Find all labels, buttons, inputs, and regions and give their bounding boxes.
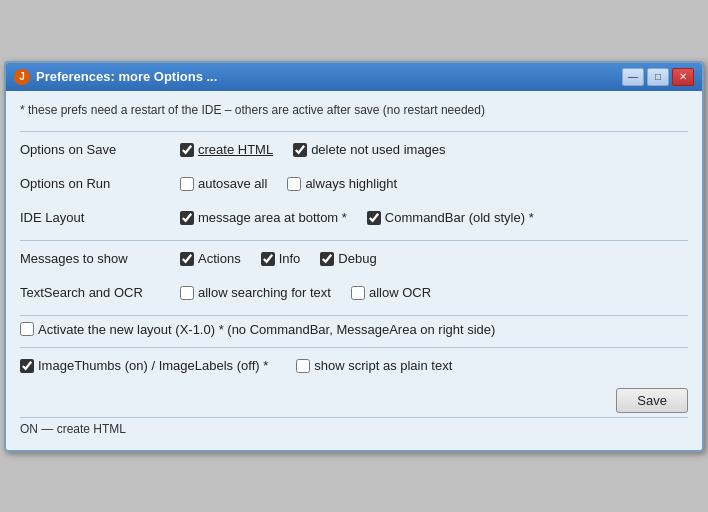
divider-3: [20, 315, 688, 316]
info-label: Info: [279, 251, 301, 266]
message-area-checkbox-item[interactable]: message area at bottom *: [180, 210, 347, 225]
options-on-save-group: create HTML delete not used images: [180, 142, 446, 157]
allow-ocr-checkbox[interactable]: [351, 286, 365, 300]
options-on-run-group: autosave all always highlight: [180, 176, 397, 191]
show-script-checkbox-item[interactable]: show script as plain text: [296, 358, 452, 373]
info-checkbox-item[interactable]: Info: [261, 251, 301, 266]
divider-1: [20, 131, 688, 132]
create-html-checkbox[interactable]: [180, 143, 194, 157]
debug-label: Debug: [338, 251, 376, 266]
image-thumbs-row: ImageThumbs (on) / ImageLabels (off) * s…: [20, 354, 688, 378]
message-area-label: message area at bottom *: [198, 210, 347, 225]
allow-ocr-label: allow OCR: [369, 285, 431, 300]
new-layout-checkbox-item[interactable]: Activate the new layout (X-1.0) * (no Co…: [20, 322, 495, 337]
show-script-label: show script as plain text: [314, 358, 452, 373]
minimize-button[interactable]: —: [622, 68, 644, 86]
options-on-run-label: Options on Run: [20, 176, 180, 191]
status-bar: ON — create HTML: [20, 417, 688, 438]
commandbar-checkbox-item[interactable]: CommandBar (old style) *: [367, 210, 534, 225]
debug-checkbox-item[interactable]: Debug: [320, 251, 376, 266]
message-area-checkbox[interactable]: [180, 211, 194, 225]
save-button[interactable]: Save: [616, 388, 688, 413]
ide-layout-label: IDE Layout: [20, 210, 180, 225]
always-highlight-checkbox[interactable]: [287, 177, 301, 191]
messages-to-show-group: Actions Info Debug: [180, 251, 377, 266]
title-bar: J Preferences: more Options ... — □ ✕: [6, 63, 702, 91]
always-highlight-checkbox-item[interactable]: always highlight: [287, 176, 397, 191]
autosave-checkbox-item[interactable]: autosave all: [180, 176, 267, 191]
image-thumbs-label: ImageThumbs (on) / ImageLabels (off) *: [38, 358, 268, 373]
allow-search-checkbox-item[interactable]: allow searching for text: [180, 285, 331, 300]
notice-text: * these prefs need a restart of the IDE …: [20, 101, 688, 119]
divider-2: [20, 240, 688, 241]
messages-to-show-row: Messages to show Actions Info Debug: [20, 247, 688, 271]
show-script-checkbox[interactable]: [296, 359, 310, 373]
options-on-save-row: Options on Save create HTML delete not u…: [20, 138, 688, 162]
debug-checkbox[interactable]: [320, 252, 334, 266]
allow-ocr-checkbox-item[interactable]: allow OCR: [351, 285, 431, 300]
actions-label: Actions: [198, 251, 241, 266]
app-icon: J: [14, 69, 30, 85]
new-layout-checkbox[interactable]: [20, 322, 34, 336]
maximize-button[interactable]: □: [647, 68, 669, 86]
allow-search-checkbox[interactable]: [180, 286, 194, 300]
autosave-label: autosave all: [198, 176, 267, 191]
options-on-save-label: Options on Save: [20, 142, 180, 157]
divider-4: [20, 347, 688, 348]
textsearch-ocr-row: TextSearch and OCR allow searching for t…: [20, 281, 688, 305]
actions-checkbox-item[interactable]: Actions: [180, 251, 241, 266]
save-row: Save: [20, 388, 688, 413]
options-on-run-row: Options on Run autosave all always highl…: [20, 172, 688, 196]
info-checkbox[interactable]: [261, 252, 275, 266]
messages-to-show-label: Messages to show: [20, 251, 180, 266]
ide-layout-group: message area at bottom * CommandBar (old…: [180, 210, 534, 225]
ide-layout-row: IDE Layout message area at bottom * Comm…: [20, 206, 688, 230]
create-html-label: create HTML: [198, 142, 273, 157]
new-layout-text: Activate the new layout (X-1.0) * (no Co…: [38, 322, 495, 337]
commandbar-label: CommandBar (old style) *: [385, 210, 534, 225]
image-thumbs-checkbox[interactable]: [20, 359, 34, 373]
always-highlight-label: always highlight: [305, 176, 397, 191]
window-title: Preferences: more Options ...: [36, 69, 217, 84]
title-bar-left: J Preferences: more Options ...: [14, 69, 217, 85]
create-html-checkbox-item[interactable]: create HTML: [180, 142, 273, 157]
allow-search-label: allow searching for text: [198, 285, 331, 300]
actions-checkbox[interactable]: [180, 252, 194, 266]
preferences-window: J Preferences: more Options ... — □ ✕ * …: [4, 61, 704, 452]
window-controls: — □ ✕: [622, 68, 694, 86]
delete-images-checkbox-item[interactable]: delete not used images: [293, 142, 445, 157]
content-area: * these prefs need a restart of the IDE …: [6, 91, 702, 450]
autosave-checkbox[interactable]: [180, 177, 194, 191]
image-thumbs-checkbox-item[interactable]: ImageThumbs (on) / ImageLabels (off) *: [20, 358, 268, 373]
new-layout-row: Activate the new layout (X-1.0) * (no Co…: [20, 322, 688, 337]
textsearch-ocr-group: allow searching for text allow OCR: [180, 285, 431, 300]
delete-images-label: delete not used images: [311, 142, 445, 157]
delete-images-checkbox[interactable]: [293, 143, 307, 157]
close-button[interactable]: ✕: [672, 68, 694, 86]
commandbar-checkbox[interactable]: [367, 211, 381, 225]
textsearch-ocr-label: TextSearch and OCR: [20, 285, 180, 300]
